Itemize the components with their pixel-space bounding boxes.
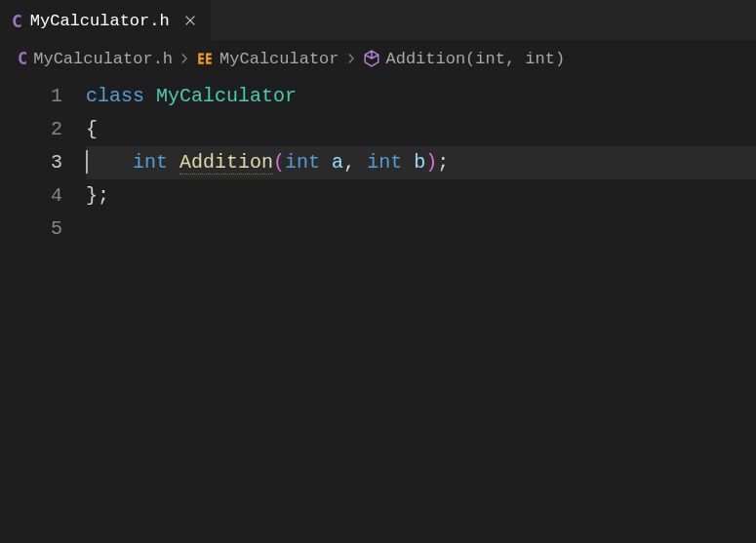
text-cursor (86, 150, 88, 174)
breadcrumb-file[interactable]: MyCalculator.h (33, 50, 173, 68)
chevron-right-icon (345, 51, 357, 67)
comma: , (343, 151, 355, 174)
semicolon: ; (98, 184, 109, 207)
param: b (414, 151, 425, 174)
brace: { (86, 118, 98, 140)
line-gutter: 1 2 3 4 5 (0, 80, 86, 246)
keyword: class (86, 85, 144, 107)
indent (86, 151, 133, 174)
line-number: 5 (0, 213, 86, 246)
close-icon[interactable] (181, 12, 199, 29)
tab-label: MyCalculator.h (30, 12, 170, 30)
chevron-right-icon (179, 51, 190, 67)
tab-mycalculator[interactable]: C MyCalculator.h (0, 0, 212, 41)
breadcrumb[interactable]: C MyCalculator.h MyCalculator Addition(i… (0, 41, 756, 76)
type-name: MyCalculator (156, 85, 297, 107)
brace: } (86, 184, 98, 207)
code-line-active[interactable]: int Addition(int a, int b); (86, 146, 756, 179)
line-number: 2 (0, 113, 86, 146)
code-line[interactable] (86, 213, 756, 246)
paren: ( (273, 151, 285, 174)
keyword: int (367, 151, 402, 174)
c-file-icon: C (12, 11, 22, 31)
method-icon (363, 50, 380, 67)
breadcrumb-method[interactable]: Addition(int, int) (386, 50, 566, 68)
param: a (332, 151, 343, 174)
tab-bar: C MyCalculator.h (0, 0, 756, 41)
function-name: Addition (179, 151, 273, 175)
class-icon (196, 50, 214, 67)
line-number: 1 (0, 80, 86, 113)
paren: ) (425, 151, 437, 174)
code-editor[interactable]: 1 2 3 4 5 class MyCalculator { int Addit… (0, 76, 756, 246)
c-file-icon: C (18, 49, 27, 68)
line-number: 3 (0, 146, 86, 179)
semicolon: ; (437, 151, 449, 174)
code-line[interactable]: }; (86, 179, 756, 213)
code-content[interactable]: class MyCalculator { int Addition(int a,… (86, 80, 756, 246)
code-line[interactable]: { (86, 113, 756, 146)
breadcrumb-class[interactable]: MyCalculator (219, 50, 338, 68)
code-line[interactable]: class MyCalculator (86, 80, 756, 113)
keyword: int (133, 151, 168, 174)
keyword: int (285, 151, 320, 174)
line-number: 4 (0, 179, 86, 213)
